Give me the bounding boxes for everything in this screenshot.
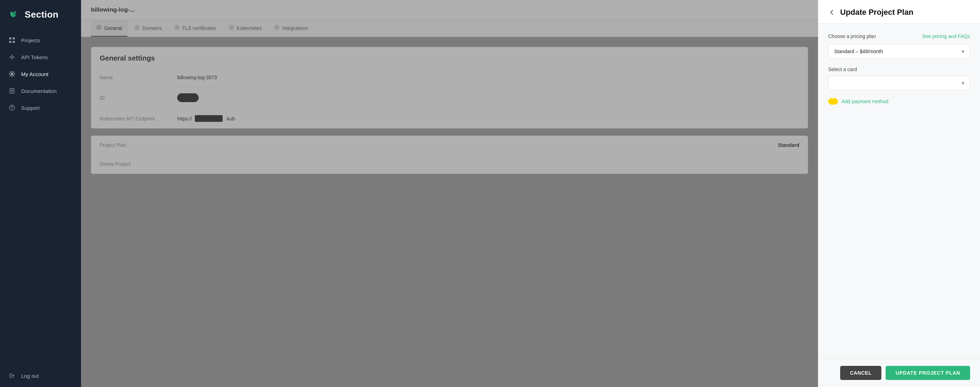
url-redacted	[195, 115, 223, 122]
help-icon	[8, 104, 16, 111]
svg-point-12	[135, 25, 139, 30]
right-panel-title: Update Project Plan	[840, 8, 913, 17]
app-title: Section	[25, 9, 59, 20]
svg-rect-2	[13, 37, 15, 40]
sidebar-item-support[interactable]: Support	[0, 99, 81, 116]
subnav-integrations-label: Integrations	[282, 25, 308, 31]
sidebar-item-support-label: Support	[21, 105, 40, 111]
right-panel-footer: CANCEL UPDATE PROJECT PLAN	[818, 358, 980, 387]
plan-value: Standard	[778, 142, 799, 148]
gear-icon	[8, 70, 16, 78]
sidebar-item-projects-label: Projects	[21, 37, 40, 43]
main-area: billowing-log-... General	[81, 0, 980, 387]
sidebar-item-documentation[interactable]: Documentation	[0, 82, 81, 99]
sidebar-item-my-account[interactable]: My Account	[0, 65, 81, 82]
sidebar-logo: Section	[0, 0, 81, 29]
card-select-label: Select a card	[828, 67, 970, 72]
sidebar-item-projects[interactable]: Projects	[0, 32, 81, 49]
settings-label-endpoint: Kubernetes API Endpoint	[100, 116, 177, 122]
doc-icon	[8, 87, 16, 94]
url-suffix: .kub	[226, 116, 235, 122]
add-payment-row: Add payment method	[828, 98, 970, 105]
cancel-button[interactable]: CANCEL	[840, 366, 881, 380]
plan-select-wrapper: Standard – $49/month Developer – $0/mont…	[828, 44, 970, 59]
svg-point-11	[98, 27, 100, 28]
sidebar-item-documentation-label: Documentation	[21, 88, 57, 94]
svg-point-15	[176, 27, 178, 28]
svg-point-9	[12, 109, 12, 110]
card-select-wrapper: ▼	[828, 76, 970, 90]
back-button[interactable]	[828, 9, 835, 16]
svg-point-10	[97, 25, 101, 30]
plan-label: Project Plan	[100, 142, 126, 148]
sidebar: Section Projects API Token	[0, 0, 81, 387]
svg-rect-3	[9, 41, 11, 43]
subnav-domains-label: Domains	[142, 25, 162, 31]
api-icon	[8, 54, 16, 60]
url-prefix: https://	[177, 116, 192, 122]
project-header: billowing-log-...	[81, 0, 818, 20]
grid-icon	[8, 36, 16, 44]
subnav-general-label: General	[104, 25, 122, 31]
add-payment-link[interactable]: Add payment method	[842, 98, 888, 104]
subnav-tls[interactable]: TLS certificates	[169, 20, 221, 36]
settings-row-endpoint: Kubernetes API Endpoint https:// .kub	[91, 109, 808, 128]
svg-point-5	[11, 56, 13, 58]
right-panel: Update Project Plan Choose a pricing pla…	[818, 0, 980, 387]
kubernetes-icon	[229, 25, 234, 31]
pricing-faqs-link[interactable]: See pricing and FAQs	[922, 33, 970, 39]
general-icon	[97, 25, 102, 31]
settings-card-title: General settings	[91, 47, 808, 68]
sidebar-item-logout-label: Log out	[21, 373, 39, 379]
project-name: billowing-log-...	[91, 6, 135, 13]
domains-icon	[135, 25, 140, 31]
settings-subnav: General Domains TLS cert	[81, 20, 818, 37]
update-project-plan-button[interactable]: UPDATE PROJECT PLAN	[886, 366, 970, 380]
tls-icon	[174, 25, 179, 31]
subnav-tls-label: TLS certificates	[182, 25, 216, 31]
subnav-kubernetes-label: Kubernetes	[237, 25, 262, 31]
svg-point-14	[175, 25, 179, 30]
svg-point-16	[229, 25, 234, 30]
subnav-kubernetes[interactable]: Kubernetes	[223, 20, 268, 36]
general-settings-card: General settings Name billowing-log-3573…	[91, 47, 808, 128]
sidebar-nav: Projects API Tokens My Account	[0, 29, 81, 387]
plan-row: Project Plan Standard	[91, 136, 808, 154]
pricing-plan-label: Choose a pricing plan	[828, 33, 876, 39]
subnav-integrations[interactable]: Integrations	[269, 20, 313, 36]
plan-card: Project Plan Standard Delete Project	[91, 136, 808, 174]
integrations-icon	[274, 25, 279, 31]
svg-rect-1	[9, 37, 11, 40]
subnav-general[interactable]: General	[91, 20, 127, 36]
settings-label-name: Name	[100, 75, 177, 80]
settings-value-id	[177, 93, 199, 102]
settings-row-name: Name billowing-log-3573	[91, 68, 808, 87]
delete-label: Delete Project	[100, 161, 131, 167]
plan-select[interactable]: Standard – $49/month Developer – $0/mont…	[828, 44, 970, 59]
settings-value-endpoint: https:// .kub	[177, 115, 235, 122]
settings-row-id: ID	[91, 87, 808, 109]
svg-point-17	[231, 27, 232, 28]
center-panel: billowing-log-... General	[81, 0, 818, 387]
subnav-domains[interactable]: Domains	[129, 20, 167, 36]
right-panel-body: Choose a pricing plan See pricing and FA…	[818, 24, 980, 358]
delete-row: Delete Project	[91, 154, 808, 174]
settings-value-name: billowing-log-3573	[177, 75, 217, 80]
svg-point-18	[275, 25, 279, 30]
settings-content: General settings Name billowing-log-3573…	[81, 37, 818, 387]
svg-rect-4	[13, 41, 15, 43]
sidebar-item-logout[interactable]: Log out	[0, 367, 81, 384]
right-panel-header: Update Project Plan	[818, 0, 980, 24]
svg-point-6	[11, 73, 13, 75]
svg-point-13	[136, 27, 138, 28]
card-select[interactable]	[828, 76, 970, 90]
pricing-plan-row: Choose a pricing plan See pricing and FA…	[828, 33, 970, 39]
settings-label-id: ID	[100, 95, 177, 101]
svg-point-19	[276, 27, 278, 28]
payment-indicator	[828, 98, 838, 105]
section-logo-icon	[7, 8, 21, 21]
logout-icon	[8, 372, 16, 379]
sidebar-item-my-account-label: My Account	[21, 71, 49, 77]
sidebar-item-api-tokens[interactable]: API Tokens	[0, 49, 81, 65]
sidebar-item-api-tokens-label: API Tokens	[21, 54, 48, 60]
